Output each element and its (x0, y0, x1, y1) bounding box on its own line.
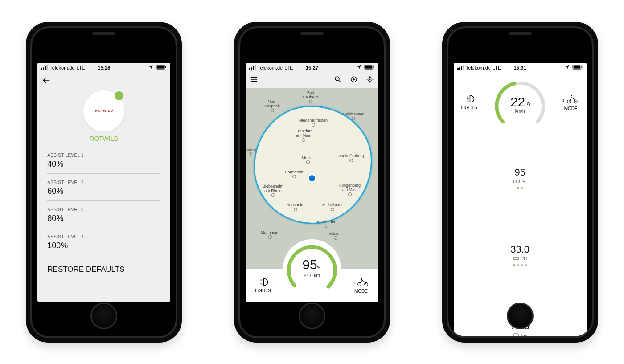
svg-rect-5 (365, 65, 373, 68)
clock-label: 15:27 (306, 65, 318, 70)
svg-point-12 (361, 278, 362, 279)
distance-unit: km (521, 334, 527, 338)
assist-level-row[interactable]: ASSIST LEVEL 3 80% (47, 201, 160, 228)
clock-label: 15:28 (98, 65, 110, 70)
assist-level-value: 80% (47, 214, 160, 223)
svg-rect-20 (520, 180, 520, 182)
locate-icon[interactable] (366, 75, 374, 85)
svg-point-23 (515, 335, 516, 335)
status-bar: Telekom.de LTE 15:31 (454, 63, 587, 73)
phone-1: Telekom.de LTE 15:28 (26, 22, 182, 343)
temperature-unit: °C (522, 256, 527, 261)
city-label: Messel (302, 155, 315, 164)
route-icon (513, 333, 520, 338)
city-label: Beerfelden (317, 220, 337, 228)
screen-map: Telekom.de LTE 15:27 (246, 63, 378, 302)
city-label: Biebesheimam Rhein (263, 184, 283, 197)
mode-label: MODE (354, 289, 368, 294)
svg-rect-22 (513, 334, 519, 337)
carrier-label: Telekom.de (49, 65, 74, 70)
city-label: erbach (329, 231, 342, 240)
city-label: Niederdorfelden (299, 118, 328, 127)
mode-level: 3 (353, 281, 354, 285)
svg-rect-14 (581, 66, 582, 68)
brand-logo: ROTWILD i (83, 90, 124, 131)
assist-level-value: 100% (47, 241, 160, 250)
screen-dashboard: Telekom.de LTE 15:31 LIGHTS 3 MODE (454, 63, 587, 338)
battery-icon (364, 65, 375, 70)
svg-rect-1 (165, 66, 166, 68)
restore-defaults-button[interactable]: RESTORE DEFAULTS (37, 255, 170, 274)
play-icon[interactable] (350, 75, 358, 85)
lights-button[interactable]: LIGHTS (458, 94, 480, 110)
home-button[interactable] (507, 303, 534, 329)
assist-level-label: ASSIST LEVEL 1 (47, 153, 160, 158)
battery-icon (156, 65, 167, 70)
location-icon (565, 65, 570, 70)
pager-dots[interactable] (513, 264, 527, 266)
city-label: Michelstadt (322, 203, 343, 211)
battery-unit: % (522, 179, 526, 184)
carrier-label: Telekom.de (466, 65, 491, 70)
city-label: Neu-Anspach (264, 99, 280, 112)
home-button[interactable] (299, 303, 325, 329)
network-label: LTE (284, 65, 293, 70)
brand-logo-text: ROTWILD (95, 109, 113, 113)
network-label: LTE (77, 65, 85, 70)
lights-label: LIGHTS (255, 288, 271, 293)
signal-icon (457, 65, 464, 70)
city-label: BadNauheim (303, 90, 319, 103)
mode-button[interactable]: 3 MODE (350, 277, 372, 294)
svg-rect-15 (573, 65, 580, 68)
city-label: Klingenbergam Main (339, 183, 361, 196)
screen-assist-levels: Telekom.de LTE 15:28 (37, 63, 170, 302)
svg-rect-2 (157, 65, 164, 68)
phone-3: Telekom.de LTE 15:31 LIGHTS 3 MODE (442, 22, 598, 343)
svg-rect-4 (374, 66, 374, 68)
mode-button[interactable]: 3 MODE (560, 94, 582, 111)
city-label: Gelnhausen (343, 112, 365, 120)
city-label: Aschaffenburg (338, 154, 364, 162)
city-label: Bensheim (287, 203, 304, 211)
battery-icon (513, 179, 521, 184)
assist-level-row[interactable]: ASSIST LEVEL 1 40% (47, 147, 160, 174)
city-label: baden (246, 147, 256, 156)
assist-level-label: ASSIST LEVEL 4 (47, 234, 160, 239)
status-bar: Telekom.de LTE 15:28 (37, 63, 170, 73)
current-location-dot (308, 174, 316, 183)
svg-point-24 (517, 335, 518, 335)
info-icon[interactable]: i (115, 91, 123, 100)
signal-icon (41, 65, 48, 70)
assist-level-row[interactable]: ASSIST LEVEL 4 100% (47, 228, 160, 255)
temperature-value: 33.0 (510, 244, 530, 255)
speed-gauge[interactable]: 22.9 km/h (491, 75, 549, 133)
lights-button[interactable]: LIGHTS (252, 277, 274, 293)
location-icon (148, 65, 153, 70)
pager-dots[interactable] (517, 187, 523, 189)
menu-icon[interactable] (250, 75, 258, 85)
location-icon (357, 65, 361, 70)
city-label: Darmstadt (285, 170, 304, 178)
clock-label: 15:31 (514, 65, 526, 70)
home-button[interactable] (90, 303, 117, 329)
assist-level-label: ASSIST LEVEL 3 (47, 207, 160, 212)
mode-level: 3 (562, 98, 564, 102)
assist-level-value: 60% (47, 187, 160, 196)
network-label: LTE (493, 65, 501, 70)
back-button[interactable] (42, 76, 51, 85)
temperature-metric[interactable]: 33.0 °C (454, 217, 587, 294)
battery-metric[interactable]: 95 % (454, 139, 587, 217)
assist-level-value: 40% (47, 160, 160, 169)
svg-point-9 (369, 78, 370, 80)
signal-icon (249, 65, 256, 70)
assist-level-row[interactable]: ASSIST LEVEL 2 60% (47, 174, 160, 201)
thermometer-icon (513, 256, 520, 262)
phone-2: Telekom.de LTE 15:27 (234, 22, 390, 343)
search-icon[interactable] (334, 75, 342, 85)
assist-level-label: ASSIST LEVEL 2 (47, 180, 160, 185)
battery-gauge[interactable]: 95% 44.0 km (283, 239, 341, 297)
brand-name-label: ROTWILD (37, 135, 170, 142)
city-label: Mannheim (261, 230, 279, 239)
battery-value: 95 (514, 167, 525, 178)
mode-label: MODE (564, 106, 578, 111)
